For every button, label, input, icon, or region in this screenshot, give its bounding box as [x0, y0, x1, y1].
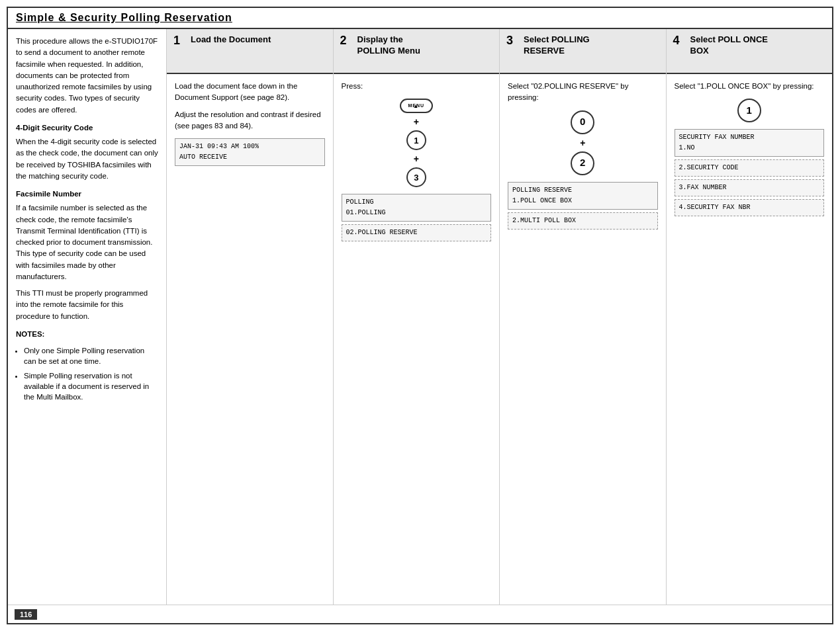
- step-2-lcd1-line1: POLLING: [346, 197, 487, 208]
- step-1-title: Load the Document: [191, 34, 271, 46]
- step-3-title: Select POLLINGRESERVE: [524, 34, 590, 57]
- step-4-diagram: 1: [675, 99, 825, 122]
- step-1-col: 1 Load the Document Load the document fa…: [167, 29, 334, 605]
- step-2-header: 2 Display thePOLLING Menu: [334, 29, 500, 74]
- menu-button-icon: MENU ▲: [400, 99, 433, 113]
- section3-text: This TTI must be properly programmed int…: [16, 288, 158, 322]
- page-title: Simple & Security Polling Reservation: [16, 12, 824, 24]
- step-2-title: Display thePOLLING Menu: [357, 34, 420, 57]
- step-1-body: Load the document face down in the Docum…: [167, 74, 333, 605]
- step-3-lcd1-line2: 1.POLL ONCE BOX: [512, 196, 653, 206]
- plus-sign-2: +: [414, 154, 419, 163]
- step-4-body1: Select "1.POLL ONCE BOX" by pressing:: [675, 81, 825, 92]
- step-3-lcd1: POLLING RESERVE 1.POLL ONCE BOX: [508, 182, 658, 210]
- step-4-lcd3: 3.FAX NUMBER: [675, 179, 825, 196]
- section2-text: If a facsimile number is selected as the…: [16, 202, 158, 282]
- step-1-header: 1 Load the Document: [167, 29, 333, 74]
- step-1-num: 1: [173, 34, 187, 48]
- step-2-lcd1-line2: 01.POLLING: [346, 208, 487, 218]
- page-number-bar: 116: [8, 605, 832, 623]
- step-4-num: 4: [673, 34, 686, 48]
- step-4-lcd1-line1: SECURITY FAX NUMBER: [679, 132, 820, 143]
- left-description-col: This procedure allows the e-STUDIO170F t…: [8, 29, 167, 605]
- main-box: Simple & Security Polling Reservation Th…: [7, 7, 833, 624]
- step-3-num: 3: [506, 34, 520, 48]
- step-4-lcd4: 4.SECURITY FAX NBR: [675, 199, 825, 216]
- step-2-diagram: MENU ▲ + 1 + 3: [342, 99, 492, 187]
- step-1-body2: Adjust the resolution and contrast if de…: [175, 109, 325, 132]
- note-1: Only one Simple Polling reservation can …: [24, 345, 158, 366]
- key-2-icon: 2: [571, 151, 594, 175]
- step-3-lcd1-line1: POLLING RESERVE: [512, 185, 653, 196]
- step-1-lcd-line2: AUTO RECEIVE: [179, 152, 320, 163]
- step-4-body: Select "1.POLL ONCE BOX" by pressing: 1 …: [667, 74, 833, 605]
- step-4-lcd1-line2: 1.NO: [679, 143, 820, 153]
- page-container: Simple & Security Polling Reservation Th…: [0, 0, 840, 631]
- step-3-lcd2: 2.MULTI POLL BOX: [508, 212, 658, 230]
- key-1-icon: 1: [406, 130, 426, 150]
- step-2-lcd1: POLLING 01.POLLING: [342, 194, 492, 222]
- step-1-lcd: JAN-31 09:43 AM 100% AUTO RECEIVE: [175, 138, 325, 166]
- intro-text: This procedure allows the e-STUDIO170F t…: [16, 36, 158, 116]
- step-3-col: 3 Select POLLINGRESERVE Select "02.POLLI…: [500, 29, 667, 605]
- notes-title: NOTES:: [16, 329, 158, 340]
- step-4-lcd3-line1: 3.FAX NUMBER: [679, 183, 820, 193]
- step-4-lcd1: SECURITY FAX NUMBER 1.NO: [675, 129, 825, 157]
- steps-area: 1 Load the Document Load the document fa…: [167, 29, 832, 605]
- menu-arrow-icon: ▲: [413, 103, 419, 110]
- section2-title: Facsimile Number: [16, 189, 158, 200]
- page-number: 116: [15, 609, 37, 620]
- step-4-lcd2-line1: 2.SECURITY CODE: [679, 163, 820, 173]
- step-2-lcd2: 02.POLLING RESERVE: [342, 224, 492, 241]
- key-0-icon: 0: [571, 110, 594, 134]
- plus-sign-1: +: [414, 117, 419, 126]
- step-2-lcd2-line1: 02.POLLING RESERVE: [346, 228, 487, 238]
- step-3-body: Select "02.POLLING RESERVE" by pressing:…: [500, 74, 666, 605]
- step-3-diagram: 0 + 2: [508, 110, 658, 175]
- note-2: Simple Polling reservation is not availa…: [24, 370, 158, 402]
- step-3-lcd2-line1: 2.MULTI POLL BOX: [512, 216, 653, 226]
- plus-sign-3: +: [580, 138, 585, 147]
- title-bar: Simple & Security Polling Reservation: [8, 8, 832, 29]
- step-2-body: Press: MENU ▲ + 1 + 3: [334, 74, 500, 605]
- notes-list: Only one Simple Polling reservation can …: [24, 345, 158, 402]
- step-2-col: 2 Display thePOLLING Menu Press: MENU ▲ …: [334, 29, 500, 605]
- section1-title: 4-Digit Security Code: [16, 122, 158, 134]
- content-area: This procedure allows the e-STUDIO170F t…: [8, 29, 832, 605]
- step-1-lcd-line1: JAN-31 09:43 AM 100%: [179, 142, 320, 152]
- step-4-lcd4-line1: 4.SECURITY FAX NBR: [679, 202, 820, 213]
- step-2-body1: Press:: [342, 81, 492, 92]
- step-4-header: 4 Select POLL ONCEBOX: [667, 29, 833, 74]
- step-3-body1: Select "02.POLLING RESERVE" by pressing:: [508, 81, 658, 104]
- key-3-icon: 3: [406, 167, 426, 187]
- step-4-col: 4 Select POLL ONCEBOX Select "1.POLL ONC…: [667, 29, 833, 605]
- step-4-lcd2: 2.SECURITY CODE: [675, 159, 825, 177]
- step-1-body1: Load the document face down in the Docum…: [175, 81, 325, 104]
- step-3-header: 3 Select POLLINGRESERVE: [500, 29, 666, 74]
- step-2-num: 2: [340, 34, 353, 48]
- step-4-title: Select POLL ONCEBOX: [690, 34, 769, 57]
- section1-text: When the 4-digit security code is select…: [16, 136, 158, 182]
- key-1b-icon: 1: [737, 99, 761, 122]
